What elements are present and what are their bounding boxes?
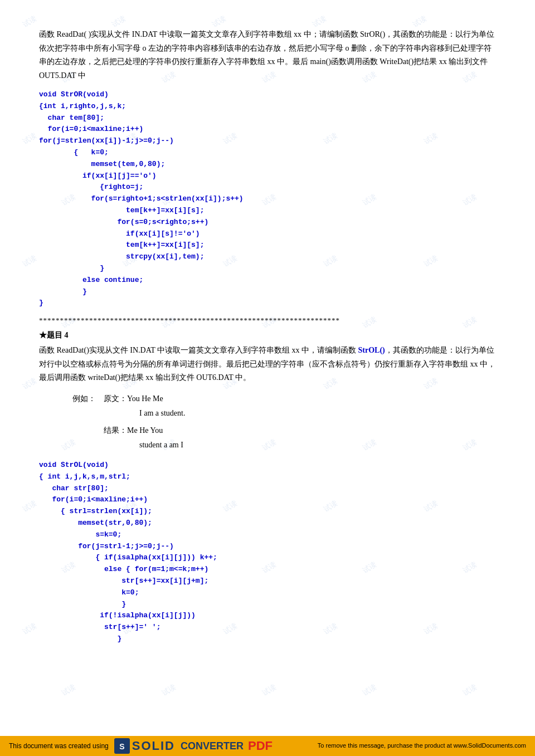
page-content: 函数 ReadDat( )实现从文件 IN.DAT 中读取一篇英文文章存入到字符… <box>0 0 535 663</box>
example-result: 结果：Me He You <box>72 423 496 438</box>
example-result-line2-text: student a am I <box>139 441 183 449</box>
example-original-line2: I am a student. <box>139 406 496 421</box>
code-section1: void StrOR(void) {int i,righto,j,s,k; ch… <box>39 89 496 309</box>
section4-intro: 函数 ReadDat()实现从文件 IN.DAT 中读取一篇英文文章存入到字符串… <box>39 344 496 385</box>
brand-converter: CONVERTER <box>181 740 244 752</box>
footer-left-text: This document was created using <box>9 742 109 750</box>
example-label: 例如： 原文：You He Me <box>72 394 163 403</box>
example-original: 例如： 原文：You He Me <box>72 392 496 407</box>
example-line2-text: I am a student. <box>139 409 185 417</box>
intro-paragraph: 函数 ReadDat( )实现从文件 IN.DAT 中读取一篇英文文章存入到字符… <box>39 28 496 82</box>
section4-intro-text-before: 函数 ReadDat()实现从文件 IN.DAT 中读取一篇英文文章存入到字符串… <box>39 346 358 354</box>
brand-solid: SOLID <box>132 739 175 753</box>
example-block: 例如： 原文：You He Me I am a student. 结果：Me H… <box>72 392 496 453</box>
svg-text:S: S <box>119 742 124 751</box>
section4-title: ★题目 4 <box>39 330 496 340</box>
footer-center: S SOLID CONVERTER PDF <box>114 738 273 754</box>
example-result-line2: student a am I <box>139 438 496 453</box>
strol-label: StrOL() <box>358 346 385 354</box>
example-result-label: 结果：Me He You <box>72 426 163 435</box>
divider-line: ****************************************… <box>39 316 496 325</box>
brand-pdf: PDF <box>248 739 273 753</box>
code-section2: void StrOL(void) { int i,j,k,s,m,strl; c… <box>39 460 496 645</box>
footer-bar: This document was created using S SOLID … <box>0 736 535 756</box>
footer-right-text: To remove this message, purchase the pro… <box>318 742 526 750</box>
intro-text: 函数 ReadDat( )实现从文件 IN.DAT 中读取一篇英文文章存入到字符… <box>39 30 494 80</box>
solid-logo: S SOLID CONVERTER PDF <box>114 738 273 754</box>
solid-logo-icon: S <box>114 738 130 754</box>
